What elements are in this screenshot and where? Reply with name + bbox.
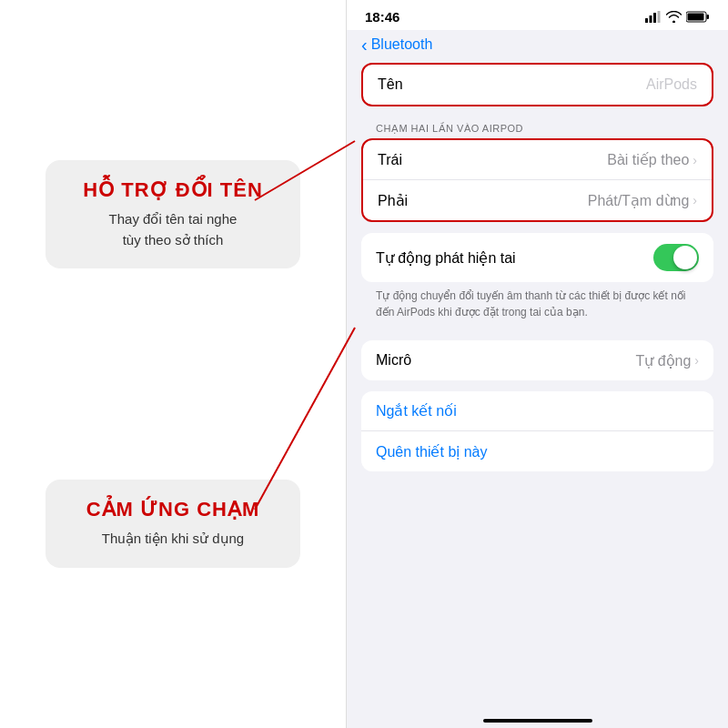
- annotation-title-2: CẢM ỨNG CHẠM: [67, 498, 278, 521]
- battery-icon: [686, 11, 710, 23]
- disconnect-label: Ngắt kết nối: [376, 402, 457, 420]
- back-label: Bluetooth: [371, 36, 433, 53]
- ten-value: AirPods: [646, 76, 697, 93]
- auto-detect-row[interactable]: Tự động phát hiện tai: [361, 233, 713, 282]
- nav-bar: ‹ Bluetooth: [347, 30, 728, 63]
- action-section: Ngắt kết nối Quên thiết bị này: [361, 391, 713, 471]
- settings-content: Tên AirPods CHẠM HAI LẦN VÀO AIRPOD Trái…: [347, 63, 728, 701]
- touch-section-label: CHẠM HAI LẦN VÀO AIRPOD: [361, 117, 713, 138]
- svg-rect-6: [688, 14, 704, 21]
- status-bar: 18:46: [347, 0, 728, 30]
- back-chevron-icon: ‹: [361, 35, 368, 54]
- micro-value: Tự động ›: [635, 352, 699, 369]
- svg-rect-1: [650, 15, 652, 23]
- forget-row[interactable]: Quên thiết bị này: [361, 431, 713, 471]
- signal-icon: [645, 11, 662, 23]
- annotation-desc-1: Thay đổi tên tai nghetùy theo sở thích: [67, 209, 278, 250]
- status-time: 18:46: [365, 9, 399, 25]
- trai-row[interactable]: Trái Bài tiếp theo ›: [363, 140, 712, 180]
- svg-rect-3: [658, 11, 661, 23]
- auto-detect-section: Tự động phát hiện tai Tự động chuyển đổi…: [361, 233, 713, 329]
- ten-section: Tên AirPods: [361, 63, 713, 106]
- status-icons: [645, 11, 710, 23]
- action-card: Ngắt kết nối Quên thiết bị này: [361, 391, 713, 471]
- micro-row[interactable]: Micrô Tự động ›: [361, 340, 713, 380]
- trai-value: Bài tiếp theo ›: [607, 151, 697, 168]
- phai-chevron-icon: ›: [693, 193, 697, 207]
- micro-label: Micrô: [376, 352, 411, 369]
- left-panel: HỖ TRỢ ĐỔI TÊN Thay đổi tên tai nghetùy …: [0, 0, 346, 728]
- phai-label: Phải: [378, 192, 408, 209]
- disconnect-row[interactable]: Ngắt kết nối: [361, 391, 713, 431]
- svg-rect-2: [653, 13, 656, 23]
- auto-detect-card: Tự động phát hiện tai: [361, 233, 713, 282]
- phai-value: Phát/Tạm dừng ›: [588, 192, 697, 209]
- touch-section-wrapper: CHẠM HAI LẦN VÀO AIRPOD Trái Bài tiếp th…: [361, 117, 713, 222]
- ten-label: Tên: [378, 76, 403, 93]
- annotation-desc-2: Thuận tiện khi sử dụng: [67, 529, 278, 550]
- auto-detect-desc: Tự động chuyển đổi tuyến âm thanh từ các…: [361, 282, 713, 329]
- trai-chevron-icon: ›: [693, 153, 697, 167]
- micro-section: Micrô Tự động ›: [361, 340, 713, 380]
- wifi-icon: [666, 11, 682, 23]
- annotation-box-1: HỖ TRỢ ĐỔI TÊN Thay đổi tên tai nghetùy …: [46, 160, 300, 268]
- annotation-box-2: CẢM ỨNG CHẠM Thuận tiện khi sử dụng: [46, 480, 300, 568]
- svg-rect-5: [707, 15, 710, 19]
- home-indicator: [347, 701, 728, 728]
- auto-detect-label: Tự động phát hiện tai: [376, 249, 516, 267]
- toggle-thumb: [673, 246, 697, 269]
- back-button[interactable]: ‹ Bluetooth: [361, 35, 432, 54]
- phai-row[interactable]: Phải Phát/Tạm dừng ›: [363, 180, 712, 220]
- annotation-title-1: HỖ TRỢ ĐỔI TÊN: [67, 178, 278, 202]
- touch-section: Trái Bài tiếp theo › Phải Phát/Tạm dừng …: [361, 138, 713, 222]
- auto-detect-toggle[interactable]: [653, 244, 699, 271]
- svg-rect-0: [645, 18, 648, 23]
- ten-row[interactable]: Tên AirPods: [363, 65, 712, 105]
- iphone-screen: 18:46 ‹ Bluetooth: [346, 0, 728, 728]
- home-bar: [483, 719, 592, 723]
- micro-card: Micrô Tự động ›: [361, 340, 713, 380]
- micro-chevron-icon: ›: [694, 353, 699, 368]
- forget-label: Quên thiết bị này: [376, 443, 488, 460]
- trai-label: Trái: [378, 152, 402, 168]
